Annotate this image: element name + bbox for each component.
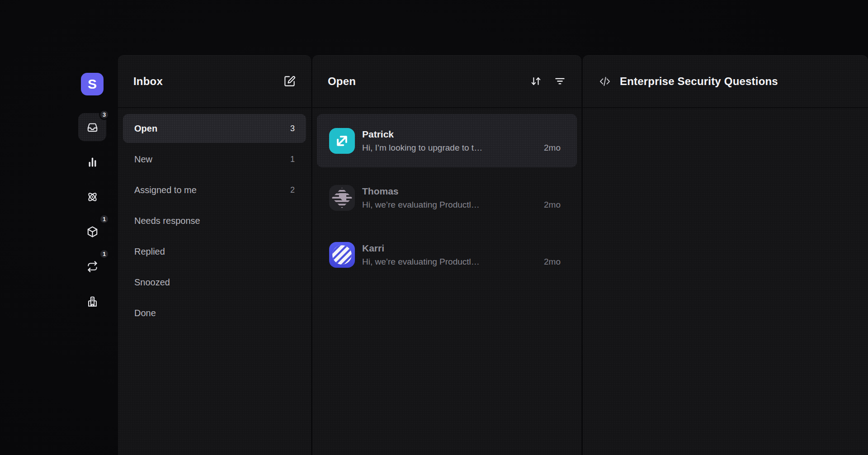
inbox-filter-needs-response[interactable]: Needs response — [123, 206, 306, 235]
conversation-preview: Hi, I’m looking to upgrade to t… — [362, 143, 538, 153]
sort-arrows-icon[interactable] — [530, 75, 542, 87]
inbox-header-actions — [283, 75, 296, 87]
conversation-list-panel: Open — [312, 55, 581, 455]
workspace-panels: Inbox Open 3 New 1 Assigned to me 2 — [118, 55, 868, 455]
detail-title-wrap: Enterprise Security Questions — [598, 75, 778, 88]
inbox-filter-replied[interactable]: Replied — [123, 237, 306, 266]
app-logo-letter: S — [88, 76, 97, 92]
inbox-filter-open[interactable]: Open 3 — [123, 114, 306, 143]
avatar — [329, 185, 355, 211]
conversation-time: 2mo — [538, 200, 561, 210]
conversation-detail-header: Enterprise Security Questions — [583, 55, 868, 108]
inbox-panel-title: Inbox — [133, 75, 163, 88]
filter-label: Needs response — [134, 216, 200, 226]
inbox-tray-icon — [86, 121, 99, 134]
inbox-panel-header: Inbox — [118, 55, 311, 108]
app-rail-inner: S 3 1 — [78, 73, 106, 322]
filter-label: Assigned to me — [134, 185, 197, 195]
conversation-time: 2mo — [538, 143, 561, 153]
conversation-text: Karri Hi, we’re evaluating Productl… 2mo — [362, 243, 561, 267]
conversation-name: Karri — [362, 243, 561, 254]
list-header-actions — [530, 75, 566, 87]
rail-item-companies[interactable] — [78, 287, 106, 315]
filter-count: 2 — [290, 185, 295, 195]
filter-label: Snoozed — [134, 277, 170, 288]
conversation-detail-body — [583, 108, 868, 455]
conversation-text: Thomas Hi, we’re evaluating Productl… 2m… — [362, 186, 561, 210]
conversation-row-patrick[interactable]: Patrick Hi, I’m looking to upgrade to t…… — [317, 114, 577, 167]
conversation-name: Patrick — [362, 129, 561, 140]
filter-label: Done — [134, 308, 156, 318]
conversation-detail-title: Enterprise Security Questions — [620, 75, 778, 88]
diagonal-arrows-icon — [329, 128, 355, 154]
striped-globe-icon — [329, 242, 355, 268]
conversation-text: Patrick Hi, I’m looking to upgrade to t…… — [362, 129, 561, 153]
inbox-filter-snoozed[interactable]: Snoozed — [123, 268, 306, 297]
sync-count-badge: 1 — [99, 249, 109, 259]
avatar — [329, 242, 355, 268]
rail-item-insights[interactable] — [78, 148, 106, 176]
striped-diamond-icon — [329, 185, 355, 211]
inbox-filter-assigned-to-me[interactable]: Assigned to me 2 — [123, 175, 306, 204]
filter-label: New — [134, 154, 152, 165]
compose-icon[interactable] — [283, 75, 296, 87]
repeat-arrows-icon — [86, 260, 99, 273]
rail-item-automation[interactable] — [78, 183, 106, 211]
conversation-row-thomas[interactable]: Thomas Hi, we’re evaluating Productl… 2m… — [317, 171, 577, 224]
filter-icon[interactable] — [554, 75, 566, 87]
conversation-name: Thomas — [362, 186, 561, 197]
conversation-detail-panel: Enterprise Security Questions — [583, 55, 868, 455]
conversation-row-karri[interactable]: Karri Hi, we’re evaluating Productl… 2mo — [317, 228, 577, 281]
rail-item-sync[interactable]: 1 — [78, 252, 106, 280]
building-icon — [86, 295, 99, 308]
avatar — [329, 128, 355, 154]
atom-icon — [86, 190, 99, 204]
conversation-list-header: Open — [312, 55, 581, 108]
inbox-count-badge: 3 — [99, 109, 109, 120]
filter-count: 1 — [290, 155, 295, 164]
app-logo[interactable]: S — [81, 73, 104, 95]
code-icon — [598, 75, 612, 88]
inbox-filter-new[interactable]: New 1 — [123, 145, 306, 174]
inbox-status-list: Open 3 New 1 Assigned to me 2 Needs resp… — [118, 108, 311, 329]
filter-label: Open — [134, 123, 157, 134]
app-rail: S 3 1 — [0, 0, 118, 455]
inbox-filter-done[interactable]: Done — [123, 299, 306, 327]
bar-chart-icon — [86, 156, 99, 169]
products-count-badge: 1 — [99, 214, 109, 224]
filter-count: 3 — [290, 124, 295, 133]
rail-item-inbox[interactable]: 3 — [78, 113, 106, 141]
inbox-panel: Inbox Open 3 New 1 Assigned to me 2 — [118, 55, 311, 455]
conversation-list-title: Open — [328, 75, 356, 88]
conversation-preview: Hi, we’re evaluating Productl… — [362, 200, 538, 210]
filter-label: Replied — [134, 246, 165, 257]
conversation-list: Patrick Hi, I’m looking to upgrade to t…… — [312, 108, 581, 285]
conversation-time: 2mo — [538, 257, 561, 267]
conversation-preview: Hi, we’re evaluating Productl… — [362, 257, 538, 267]
rail-item-products[interactable]: 1 — [78, 218, 106, 246]
cube-icon — [86, 225, 99, 238]
